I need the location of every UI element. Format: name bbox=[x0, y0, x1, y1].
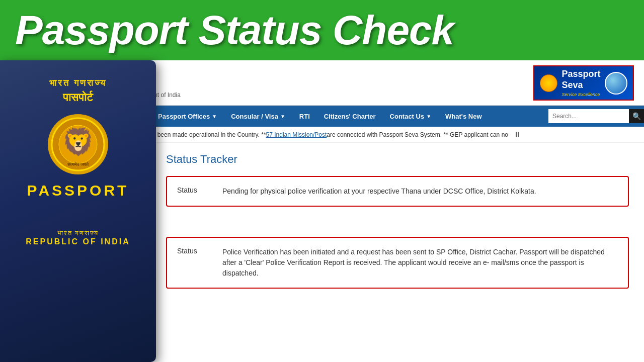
status-label-2: Status bbox=[177, 247, 207, 255]
pause-icon[interactable]: ⏸ bbox=[513, 130, 521, 139]
nav-passport-offices[interactable]: Passport Offices ▼ bbox=[151, 106, 224, 127]
service-excellence-label: Service Excellence bbox=[561, 92, 600, 97]
chevron-down-icon: ▼ bbox=[280, 114, 285, 119]
passport-hindi-label: पासपोर्ट bbox=[0, 91, 156, 104]
status-label-1: Status bbox=[177, 186, 207, 194]
passport-emblem-icon: 🦁 सत्यमेव जयते bbox=[48, 114, 108, 174]
passport-republic-english: REPUBLIC OF INDIA bbox=[0, 237, 156, 246]
status-tracker-title: Status Tracker bbox=[166, 153, 629, 166]
search-button[interactable]: 🔍 bbox=[629, 109, 644, 123]
passport-english-label: PASSPORT bbox=[0, 182, 156, 199]
globe-icon bbox=[605, 72, 627, 95]
passport-emblem-area: 🦁 सत्यमेव जयते bbox=[0, 114, 156, 174]
status-value-2: Police Verification has been initiated a… bbox=[222, 247, 618, 279]
ashoka-small-icon bbox=[540, 74, 557, 92]
passport-country-code: भारत गणराज्य bbox=[0, 60, 156, 88]
passport-book: भारत गणराज्य पासपोर्ट 🦁 सत्यमेव जयते PAS… bbox=[0, 60, 156, 362]
nav-rti[interactable]: RTI bbox=[292, 106, 317, 127]
search-area: 🔍 bbox=[548, 109, 644, 123]
ticker-text-before: ** been made operational in the Country.… bbox=[151, 131, 266, 138]
chevron-down-icon: ▼ bbox=[426, 114, 431, 119]
right-logo-text: Passport Seva Service Excellence bbox=[561, 69, 600, 97]
status-box-1: Status Pending for physical police verif… bbox=[166, 176, 629, 207]
svg-text:🦁: 🦁 bbox=[62, 126, 95, 157]
nav-consular-visa[interactable]: Consular / Visa ▼ bbox=[224, 106, 292, 127]
right-logo: Passport Seva Service Excellence bbox=[533, 65, 634, 101]
nav-citizens-charter[interactable]: Citizens' Charter bbox=[317, 106, 383, 127]
svg-text:सत्यमेव जयते: सत्यमेव जयते bbox=[67, 161, 89, 167]
banner-title: Passport Status Check bbox=[15, 7, 454, 54]
ticker-link[interactable]: 57 Indian Mission/Post bbox=[266, 131, 327, 138]
chevron-down-icon: ▼ bbox=[212, 114, 217, 119]
status-box-2: Status Police Verification has been init… bbox=[166, 237, 629, 289]
ticker-text-after: are connected with Passport Seva System.… bbox=[327, 131, 508, 138]
spacer bbox=[166, 217, 629, 237]
search-input[interactable] bbox=[548, 109, 629, 123]
top-banner: Passport Status Check bbox=[0, 0, 644, 60]
passport-republic-hindi: भारत गणराज्य bbox=[0, 229, 156, 237]
nav-whats-new[interactable]: What's New bbox=[438, 106, 489, 127]
nav-contact-us[interactable]: Contact Us ▼ bbox=[383, 106, 439, 127]
status-value-1: Pending for physical police verification… bbox=[222, 186, 536, 197]
passport-seva-label: Passport Seva bbox=[561, 69, 600, 90]
